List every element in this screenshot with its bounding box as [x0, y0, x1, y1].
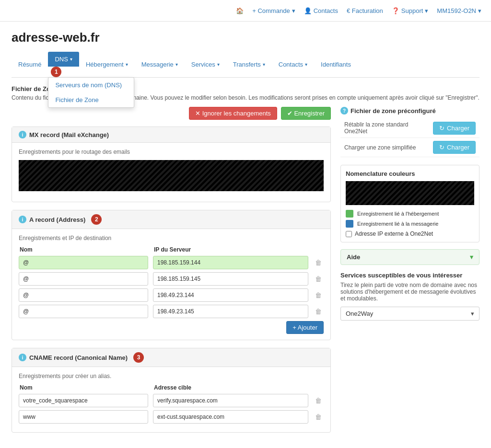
a-record-ip-2[interactable] — [153, 288, 308, 302]
mx-redacted-area — [19, 160, 324, 191]
save-button[interactable]: ✔ Enregistrer — [281, 107, 331, 120]
mx-record-body: Enregistrements pour le routage des emai… — [12, 143, 330, 202]
nomenclature-title: Nomenclature couleurs — [346, 170, 474, 177]
contacts-icon: 👤 — [304, 7, 312, 14]
cname-record-body: Enregistrements pour créer un alias. Nom… — [12, 367, 330, 432]
cname-target-1[interactable] — [153, 410, 308, 424]
services-caret: ▾ — [217, 62, 220, 67]
a-record-name-0[interactable] — [19, 256, 148, 269]
left-column: ✕ Ignorer les changements ✔ Enregistrer … — [12, 107, 331, 440]
dns-caret: ▾ — [70, 57, 72, 62]
aide-header[interactable]: Aide ▾ — [341, 250, 479, 264]
list-item: Rétablir la zone standard One2Net ↻ Char… — [340, 118, 479, 138]
tab-identifiants[interactable]: Identifiants — [314, 52, 358, 77]
cname-name-1[interactable] — [19, 410, 148, 424]
domain-title: adresse-web.fr — [12, 30, 479, 45]
tab-resume[interactable]: Résumé — [12, 52, 48, 77]
support-menu[interactable]: ❓ Support ▾ — [392, 7, 429, 14]
preconfigured-row-1-button: ↻ Charger — [429, 138, 479, 157]
mx-record-block: i MX record (Mail eXchange) Enregistreme… — [12, 126, 331, 202]
user-menu[interactable]: MM1592-O2N ▾ — [437, 7, 481, 14]
charger-button-1[interactable]: ↻ Charger — [433, 141, 476, 154]
preconfigured-icon: ? — [340, 107, 348, 115]
cname-target-0[interactable] — [153, 394, 308, 407]
cname-record-desc: Enregistrements pour créer un alias. — [19, 373, 324, 379]
tab-contacts[interactable]: Contacts ▾ — [272, 52, 314, 77]
home-link[interactable]: 🏠 — [236, 7, 244, 14]
a-record-body: Enregistrements et IP de destination Nom… — [12, 229, 330, 340]
dns-dropdown-item-fichier[interactable]: Fichier de Zone — [48, 92, 134, 107]
nomenclature-panel: Nomenclature couleurs Enregistrement lié… — [340, 165, 479, 242]
a-record-delete-3[interactable]: 🗑 — [313, 308, 324, 315]
a-record-ip-0[interactable] — [153, 256, 308, 269]
tab-dns-container: DNS ▾ Serveurs de nom (DNS) Fichier de Z… — [48, 52, 79, 77]
a-record-add-row: + Ajouter — [19, 321, 324, 334]
color-label-0: Enregistrement lié à l'hébergement — [357, 211, 439, 217]
a-record-name-2[interactable] — [19, 288, 148, 302]
services-dropdown-chevron: ▾ — [471, 310, 474, 317]
aide-panel: Aide ▾ — [340, 249, 479, 265]
cname-col-headers: Nom Adresse cible — [19, 384, 324, 391]
contacts-link[interactable]: 👤 Contacts — [304, 7, 338, 14]
top-navigation: 🏠 + Commande ▾ 👤 Contacts € Facturation … — [0, 0, 491, 22]
mx-info-icon: i — [19, 131, 26, 138]
tab-hebergement[interactable]: Hébergement ▾ — [79, 52, 135, 77]
services-desc: Tirez le plein parti de votre nom de dom… — [340, 282, 479, 302]
a-record-ip-1[interactable] — [153, 272, 308, 286]
cname-delete-1[interactable]: 🗑 — [313, 413, 324, 421]
cname-record-badge: 3 — [133, 352, 144, 363]
commande-menu[interactable]: + Commande ▾ — [252, 7, 295, 14]
aide-label: Aide — [347, 253, 360, 261]
dns-dropdown-item-serveurs[interactable]: Serveurs de nom (DNS) — [48, 78, 134, 92]
commande-caret: ▾ — [292, 7, 295, 14]
services-dropdown[interactable]: One2Way ▾ — [340, 307, 479, 321]
facturation-link[interactable]: € Facturation — [347, 7, 383, 14]
checkbox-row: Adresse IP externe à One2Net — [346, 230, 474, 237]
cname-delete-0[interactable]: 🗑 — [313, 397, 324, 404]
table-row: 🗑 — [19, 272, 324, 286]
preconfigured-row-0-label: Rétablir la zone standard One2Net — [340, 118, 429, 138]
a-record-col-headers: Nom IP du Serveur — [19, 246, 324, 253]
tab-transferts[interactable]: Transferts ▾ — [226, 52, 272, 77]
color-row-1: Enregistrement lié à la messagerie — [346, 220, 474, 228]
a-record-name-1[interactable] — [19, 272, 148, 286]
charger-button-0[interactable]: ↻ Charger — [433, 122, 476, 135]
table-row: 🗑 — [19, 288, 324, 302]
right-column: ? Fichier de zone préconfiguré Rétablir … — [340, 107, 479, 440]
a-record-delete-0[interactable]: 🗑 — [313, 259, 324, 266]
a-record-name-3[interactable] — [19, 305, 148, 318]
charger-refresh-icon-1: ↻ — [439, 144, 444, 151]
a-record-delete-1[interactable]: 🗑 — [313, 275, 324, 283]
tab-dns[interactable]: DNS ▾ — [48, 52, 79, 67]
messagerie-caret: ▾ — [175, 62, 178, 67]
support-caret: ▾ — [425, 7, 428, 14]
tab-messagerie[interactable]: Messagerie ▾ — [135, 52, 185, 77]
checkbox-label: Adresse IP externe à One2Net — [355, 230, 433, 237]
cname-record-table: Nom Adresse cible 🗑 — [19, 384, 324, 424]
a-record-table: Nom IP du Serveur 🗑 — [19, 246, 324, 318]
a-col-ip-header: IP du Serveur — [154, 246, 324, 253]
color-row-0: Enregistrement lié à l'hébergement — [346, 210, 474, 218]
ignore-changes-button[interactable]: ✕ Ignorer les changements — [189, 107, 277, 120]
contacts-caret: ▾ — [305, 62, 307, 67]
cname-info-icon: i — [19, 354, 26, 361]
table-row: 🗑 — [19, 256, 324, 269]
tab-services[interactable]: Services ▾ — [185, 52, 226, 77]
table-row: 🗑 — [19, 305, 324, 318]
services-panel: Services susceptibles de vous intéresser… — [340, 272, 479, 321]
mx-record-header: i MX record (Mail eXchange) — [12, 127, 330, 143]
user-caret: ▾ — [478, 7, 481, 14]
aide-chevron: ▾ — [470, 253, 473, 261]
external-ip-checkbox[interactable] — [346, 231, 352, 237]
a-record-badge: 2 — [91, 214, 102, 225]
table-row: 🗑 — [19, 410, 324, 424]
a-record-ip-3[interactable] — [153, 305, 308, 318]
transferts-caret: ▾ — [263, 62, 265, 67]
page-content: adresse-web.fr Résumé DNS ▾ Serveurs de … — [0, 22, 491, 448]
a-record-header: i A record (Address) 2 — [12, 210, 330, 229]
cname-name-0[interactable] — [19, 394, 148, 407]
preconfigured-panel: ? Fichier de zone préconfiguré Rétablir … — [340, 107, 479, 157]
a-record-add-button[interactable]: + Ajouter — [286, 321, 324, 334]
hebergement-caret: ▾ — [126, 62, 128, 67]
a-record-delete-2[interactable]: 🗑 — [313, 291, 324, 299]
